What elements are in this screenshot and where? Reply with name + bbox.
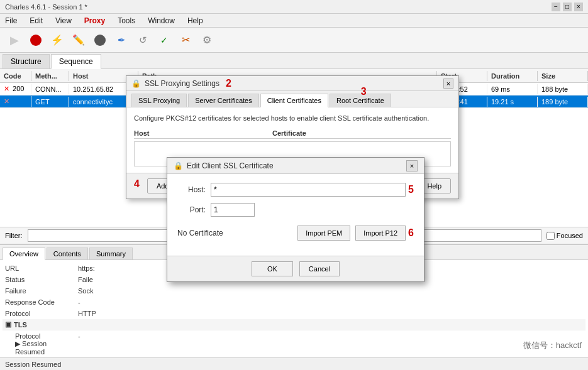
menu-tools[interactable]: Tools — [115, 15, 138, 26]
settings-icon: ⚙ — [202, 34, 211, 46]
host-input[interactable] — [211, 183, 406, 197]
import-pem-btn[interactable]: Import PEM — [297, 226, 350, 241]
ssl-tab-client-certs[interactable]: Client Certificates — [260, 94, 328, 107]
cert-status: No Certificate — [177, 229, 223, 237]
host-form-row: Host: 5 — [177, 183, 414, 197]
record-icon: ▶ — [10, 33, 19, 47]
maximize-button[interactable]: □ — [563, 3, 572, 11]
edit-cancel-btn[interactable]: Cancel — [299, 261, 340, 276]
status-text: Session Resumed — [5, 361, 61, 368]
tab-sequence[interactable]: Sequence — [51, 54, 101, 69]
row1-duration: 69 ms — [487, 84, 538, 94]
menu-window[interactable]: Window — [145, 15, 177, 26]
toolbar-stream-btn[interactable]: ⚡ — [48, 31, 67, 50]
row1-error-icon: ✕ — [4, 85, 9, 92]
tab-overview[interactable]: Overview — [3, 248, 45, 260]
dialog-col-cert: Certificate — [272, 129, 451, 137]
minimize-button[interactable]: − — [552, 3, 560, 11]
focused-label: Focused — [557, 232, 583, 239]
title-bar-text: Charles 4.6.1 - Session 1 * — [5, 3, 87, 11]
menu-edit[interactable]: Edit — [27, 15, 45, 26]
toolbar-pencil-btn[interactable]: ✒ — [112, 31, 131, 50]
col-size: Size — [538, 71, 588, 81]
col-duration: Duration — [487, 71, 538, 81]
compose-icon: ✏️ — [72, 34, 85, 46]
toolbar-check-btn[interactable]: ✓ — [155, 31, 174, 50]
row2-duration: 19.21 s — [487, 97, 538, 107]
row2-size: 189 byte — [538, 97, 588, 107]
refresh-icon: ↺ — [139, 35, 147, 46]
tab-contents[interactable]: Contents — [47, 248, 88, 259]
info-value-response-code: - — [78, 298, 585, 306]
import-p12-btn[interactable]: Import P12 — [355, 226, 406, 241]
focused-checkbox-label[interactable]: Focused — [546, 232, 583, 240]
cert-form-row: No Certificate Import PEM Import P12 6 — [177, 226, 414, 241]
ssl-dialog-icon: 🔒 — [131, 79, 141, 88]
main-tab-bar: Structure Sequence — [0, 53, 588, 69]
ssl-dialog-title: 🔒 SSL Proxying Settings 2 — [131, 78, 231, 89]
info-name-status: Status — [3, 276, 78, 283]
row2-method: GET — [31, 97, 69, 107]
info-row: ▶ Session Resumed — [3, 342, 585, 353]
info-name-tls-protocol: Protocol — [3, 332, 78, 340]
toolbar: ▶ ⚡ ✏️ ✒ ↺ ✓ ✂ ⚙ — [0, 28, 588, 53]
toolbar-compose-btn[interactable]: ✏️ — [69, 31, 88, 50]
ssl-tab-server-certs[interactable]: Server Certificates — [188, 94, 258, 107]
col-code: Code — [0, 71, 31, 81]
throttle-icon — [94, 35, 106, 46]
info-value-protocol: HTTP — [78, 310, 585, 317]
info-section-tls[interactable]: ▣ TLS — [3, 319, 585, 330]
annotation-3: 3 — [361, 86, 367, 104]
edit-dialog-close-btn[interactable]: × — [406, 160, 418, 171]
row1-size: 188 byte — [538, 84, 588, 94]
info-name-response-code: Response Code — [3, 298, 78, 306]
port-label: Port: — [177, 205, 206, 214]
row2-code: ✕ — [0, 96, 31, 107]
port-input[interactable] — [211, 203, 255, 217]
port-form-row: Port: — [177, 203, 414, 217]
edit-dialog: 🔒 Edit Client SSL Certificate × Host: 5 … — [167, 157, 424, 282]
annotation-2: 2 — [226, 78, 231, 89]
edit-dialog-icon: 🔒 — [174, 161, 183, 170]
toolbar-throttle-btn[interactable] — [91, 31, 109, 50]
menu-help[interactable]: Help — [185, 15, 206, 26]
checkmark-icon: ✓ — [160, 35, 168, 45]
row2-error-icon: ✕ — [4, 97, 9, 105]
focused-checkbox[interactable] — [546, 232, 555, 240]
ssl-dialog-close-btn[interactable]: × — [443, 79, 453, 89]
menu-proxy[interactable]: Proxy — [82, 15, 108, 26]
menu-bar: File Edit View Proxy Tools Window Help — [0, 14, 588, 28]
tools-icon: ✂ — [182, 34, 190, 46]
stream-icon: ⚡ — [51, 34, 64, 46]
edit-dialog-body: Host: 5 Port: No Certificate Import PEM … — [167, 174, 424, 256]
annotation-6: 6 — [408, 227, 414, 239]
status-bar: Session Resumed — [0, 357, 588, 370]
title-bar-controls: − □ × — [552, 3, 583, 11]
info-row: Failure Sock — [3, 285, 585, 297]
toolbar-record-btn[interactable]: ▶ — [5, 31, 24, 50]
info-name-failure: Failure — [3, 287, 78, 295]
menu-file[interactable]: File — [3, 15, 19, 26]
tab-structure[interactable]: Structure — [3, 54, 50, 68]
toolbar-tools-btn[interactable]: ✂ — [176, 31, 195, 50]
ssl-dialog-title-bar: 🔒 SSL Proxying Settings 2 × — [126, 76, 458, 91]
info-name-url: URL — [3, 264, 78, 272]
row1-code: ✕ 200 — [0, 84, 31, 94]
dialog-col-host: Host — [134, 129, 272, 137]
info-row: Response Code - — [3, 297, 585, 308]
ssl-tab-proxying[interactable]: SSL Proxying — [131, 94, 187, 107]
row1-method: CONN... — [31, 84, 69, 94]
expand-icon: ▣ — [5, 320, 11, 329]
col-method: Meth... — [31, 71, 69, 81]
tab-summary[interactable]: Summary — [89, 248, 133, 259]
info-row: Protocol HTTP — [3, 308, 585, 319]
toolbar-settings-btn[interactable]: ⚙ — [197, 31, 216, 50]
close-button[interactable]: × — [574, 3, 583, 11]
menu-view[interactable]: View — [53, 15, 74, 26]
toolbar-refresh-btn[interactable]: ↺ — [133, 31, 152, 50]
info-row: Protocol - — [3, 330, 585, 342]
info-name-protocol: Protocol — [3, 310, 78, 317]
edit-ok-btn[interactable]: OK — [252, 261, 293, 276]
host-label: Host: — [177, 185, 206, 194]
toolbar-stop-btn[interactable] — [26, 31, 45, 50]
